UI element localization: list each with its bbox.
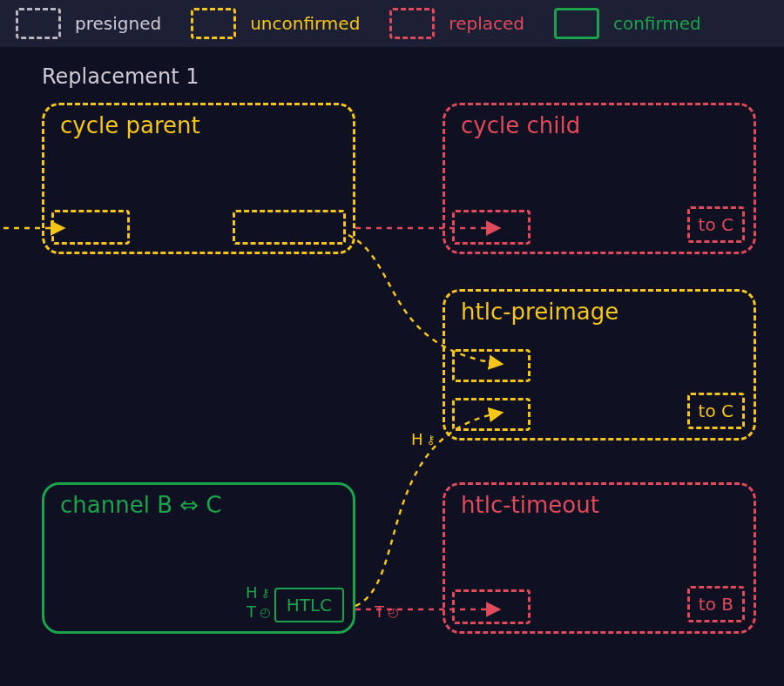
legend-label-confirmed: confirmed <box>613 13 701 34</box>
legend-bar: presigned unconfirmed replaced confirmed <box>0 0 784 47</box>
box-title-channel: channel B ⇔ C <box>60 492 221 518</box>
anno-H-upper: H ⚷ <box>411 430 436 448</box>
box-channel: channel B ⇔ C HTLC <box>42 482 355 634</box>
box-htlc-timeout: htlc-timeout to B <box>443 482 756 634</box>
anno-H-lower-letter: H <box>246 583 258 602</box>
slot-cycle-child-in <box>452 210 531 245</box>
slot-htlc-preimage-in1 <box>452 349 531 382</box>
out-channel-htlc: HTLC <box>274 588 344 622</box>
anno-T-red-letter: T <box>375 602 384 621</box>
clock-icon: ◴ <box>260 605 270 619</box>
legend-item-unconfirmed: unconfirmed <box>191 8 360 39</box>
slot-htlc-timeout-in <box>452 589 531 624</box>
anno-H-lower: H ⚷ <box>246 583 270 602</box>
legend-label-presigned: presigned <box>75 13 161 34</box>
legend-item-confirmed: confirmed <box>554 8 701 39</box>
swatch-unconfirmed <box>191 8 236 39</box>
swatch-presigned <box>16 8 61 39</box>
box-title-cycle-child: cycle child <box>461 112 580 138</box>
out-htlc-timeout: to B <box>687 586 745 622</box>
box-title-htlc-timeout: htlc-timeout <box>461 492 599 518</box>
box-cycle-parent: cycle parent <box>42 103 355 254</box>
anno-H-upper-letter: H <box>411 430 423 448</box>
key-icon: ⚷ <box>427 433 436 447</box>
anno-T-red: T ◴ <box>375 602 398 621</box>
swatch-replaced <box>389 8 435 39</box>
slot-htlc-preimage-in2 <box>452 398 531 431</box>
slot-cycle-parent-out <box>233 210 346 245</box>
anno-T-green-letter: T <box>247 602 256 621</box>
out-htlc-preimage: to C <box>687 393 745 429</box>
diagram-stage: presigned unconfirmed replaced confirmed… <box>0 0 784 686</box>
box-htlc-preimage: htlc-preimage to C <box>443 289 756 441</box>
out-cycle-child: to C <box>687 206 745 243</box>
box-cycle-child: cycle child to C <box>443 103 756 254</box>
swatch-confirmed <box>554 8 599 39</box>
legend-label-unconfirmed: unconfirmed <box>250 13 360 34</box>
key-icon: ⚷ <box>261 586 270 600</box>
clock-icon: ◴ <box>388 605 398 619</box>
box-title-cycle-parent: cycle parent <box>60 112 200 138</box>
slot-cycle-parent-in <box>51 210 130 245</box>
box-title-htlc-preimage: htlc-preimage <box>461 299 618 325</box>
legend-item-replaced: replaced <box>389 8 524 39</box>
legend-label-replaced: replaced <box>449 13 524 34</box>
legend-item-presigned: presigned <box>16 8 161 39</box>
anno-T-green: T ◴ <box>247 602 270 621</box>
section-title: Replacement 1 <box>42 64 199 89</box>
